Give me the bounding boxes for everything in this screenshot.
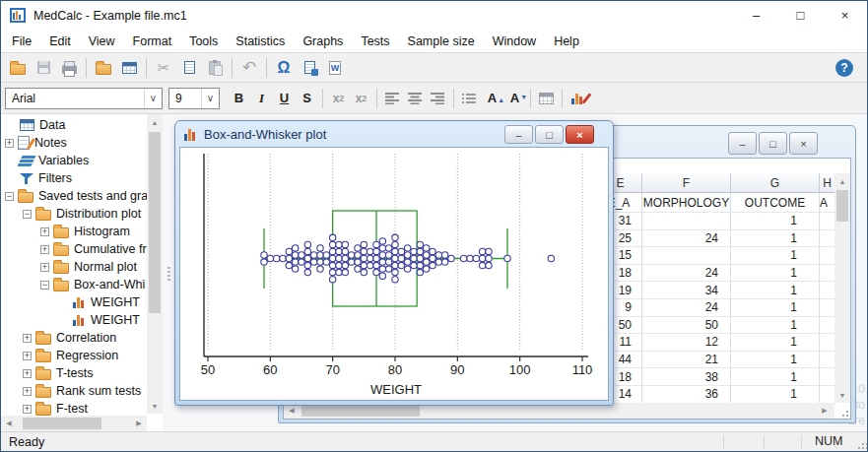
open-button[interactable] bbox=[5, 56, 31, 80]
underline-button[interactable]: U bbox=[273, 88, 296, 109]
menu-help[interactable]: Help bbox=[545, 32, 588, 50]
expand-icon[interactable]: + bbox=[5, 139, 14, 148]
scroll-right-icon[interactable]: ▶ bbox=[819, 403, 831, 419]
close-button[interactable]: × bbox=[823, 1, 867, 30]
menu-window[interactable]: Window bbox=[484, 32, 545, 50]
sheet-cell[interactable]: 1 bbox=[731, 317, 820, 335]
expand-icon[interactable]: + bbox=[23, 369, 32, 378]
decrease-font-button[interactable]: A▼ bbox=[503, 88, 526, 109]
bold-button[interactable]: B bbox=[228, 88, 250, 109]
tree-item-regression[interactable]: +Regression bbox=[1, 347, 147, 364]
plot-restore-button[interactable]: □ bbox=[535, 125, 564, 144]
edit-graph-button[interactable] bbox=[567, 88, 589, 109]
tree-item-weight[interactable]: WEIGHT bbox=[1, 311, 147, 329]
sheet-cell[interactable] bbox=[820, 334, 835, 352]
sheet-cell[interactable] bbox=[820, 299, 835, 317]
menu-statistics[interactable]: Statistics bbox=[227, 32, 294, 50]
sheet-cell[interactable]: 24 bbox=[642, 230, 731, 248]
sheet-cell[interactable]: 1 bbox=[731, 247, 820, 265]
menu-sample-size[interactable]: Sample size bbox=[399, 32, 484, 50]
sheet-cell[interactable]: 50 bbox=[642, 317, 731, 335]
menu-edit[interactable]: Edit bbox=[40, 32, 80, 50]
collapse-icon[interactable]: − bbox=[5, 192, 14, 201]
field-name-cell[interactable]: A bbox=[820, 193, 835, 213]
sheet-close-button[interactable]: × bbox=[789, 132, 818, 155]
subscript-button[interactable]: x2 bbox=[327, 88, 350, 109]
sheet-cell[interactable]: 1 bbox=[731, 230, 820, 248]
sheet-cell[interactable]: 34 bbox=[642, 282, 731, 299]
scroll-right-icon[interactable]: ▶ bbox=[133, 416, 145, 431]
duplicate-button[interactable] bbox=[91, 56, 116, 80]
cut-button[interactable]: ✂ bbox=[151, 56, 176, 80]
expand-icon[interactable]: + bbox=[40, 245, 49, 254]
sheet-cell[interactable] bbox=[820, 317, 835, 335]
scroll-down-icon[interactable]: ▼ bbox=[147, 400, 163, 412]
column-header-F[interactable]: F bbox=[642, 173, 731, 193]
sheet-cell[interactable]: 12 bbox=[642, 334, 731, 352]
sheet-cell[interactable] bbox=[820, 230, 835, 248]
sheet-hscroll-thumb[interactable] bbox=[301, 405, 420, 417]
sheet-vscroll-thumb[interactable] bbox=[836, 190, 848, 222]
align-center-button[interactable] bbox=[404, 88, 427, 109]
expand-icon[interactable]: + bbox=[40, 263, 49, 272]
maximize-button[interactable]: □ bbox=[778, 1, 823, 30]
tree-item-notes[interactable]: +Notes bbox=[1, 134, 147, 152]
sheet-cell[interactable] bbox=[642, 247, 731, 265]
collapse-icon[interactable]: − bbox=[40, 281, 49, 290]
scroll-down-icon[interactable]: ▼ bbox=[835, 389, 850, 401]
tree-item-data[interactable]: Data bbox=[1, 116, 147, 134]
field-name-cell[interactable]: OUTCOME bbox=[731, 193, 820, 213]
tree-item-box-and-whi[interactable]: −Box-and-Whi bbox=[1, 276, 147, 293]
column-header-G[interactable]: G bbox=[731, 173, 820, 193]
sheet-cell[interactable]: 1 bbox=[731, 386, 820, 404]
sheet-vscrollbar[interactable]: ▲ ▼ bbox=[835, 173, 850, 403]
special-character-button[interactable]: Ω bbox=[271, 56, 297, 80]
sheet-cell[interactable] bbox=[820, 247, 835, 265]
tree-item-weight[interactable]: WEIGHT bbox=[1, 293, 147, 311]
menu-format[interactable]: Format bbox=[124, 32, 181, 50]
tree-item-saved-tests-and-grap[interactable]: −Saved tests and grap bbox=[1, 187, 147, 205]
expand-icon[interactable]: + bbox=[40, 227, 49, 236]
expand-icon[interactable]: + bbox=[23, 334, 32, 343]
sheet-minimize-button[interactable]: – bbox=[728, 132, 757, 155]
spreadsheet-button[interactable] bbox=[116, 56, 142, 80]
sheet-cell[interactable]: 36 bbox=[642, 386, 731, 404]
tree-item-filters[interactable]: Filters bbox=[1, 169, 147, 187]
sheet-cell[interactable] bbox=[820, 213, 835, 230]
sheet-cell[interactable] bbox=[820, 368, 835, 386]
tree-item-normal-plot[interactable]: +Normal plot bbox=[1, 258, 147, 276]
save-copy-button[interactable] bbox=[297, 56, 322, 80]
tree-item-variables[interactable]: Variables bbox=[1, 152, 147, 169]
menu-graphs[interactable]: Graphs bbox=[294, 32, 352, 50]
resize-grip[interactable] bbox=[838, 407, 848, 417]
sheet-cell[interactable]: 1 bbox=[731, 299, 820, 317]
expand-icon[interactable]: + bbox=[23, 387, 32, 396]
menu-tests[interactable]: Tests bbox=[352, 32, 398, 50]
font-select[interactable]: Arial ∨ bbox=[5, 88, 163, 109]
copy-button[interactable] bbox=[176, 56, 202, 80]
sheet-cell[interactable]: 1 bbox=[731, 368, 820, 386]
align-right-button[interactable] bbox=[427, 88, 449, 109]
superscript-button[interactable]: x2 bbox=[350, 88, 372, 109]
expand-icon[interactable]: + bbox=[23, 352, 32, 360]
sheet-cell[interactable] bbox=[642, 213, 731, 230]
menu-tools[interactable]: Tools bbox=[180, 32, 227, 50]
tree-item-rank-sum-tests[interactable]: +Rank sum tests bbox=[1, 382, 147, 400]
menu-file[interactable]: File bbox=[3, 32, 40, 50]
tree-vscrollbar[interactable]: ▲ ▼ bbox=[147, 114, 163, 414]
align-left-button[interactable] bbox=[381, 88, 404, 109]
table-options-button[interactable] bbox=[535, 88, 558, 109]
save-button[interactable] bbox=[31, 56, 56, 80]
paste-button[interactable] bbox=[202, 56, 228, 80]
list-button[interactable] bbox=[458, 88, 481, 109]
sheet-cell[interactable]: 24 bbox=[642, 265, 731, 283]
minimize-button[interactable]: – bbox=[734, 1, 778, 30]
scroll-up-icon[interactable]: ▲ bbox=[835, 175, 850, 187]
font-size-select[interactable]: 9 ∨ bbox=[168, 88, 220, 109]
plot-minimize-button[interactable]: – bbox=[504, 125, 533, 144]
tree-hscroll-thumb[interactable] bbox=[23, 418, 101, 429]
menu-view[interactable]: View bbox=[80, 32, 124, 50]
sheet-cell[interactable]: 1 bbox=[731, 213, 820, 230]
collapse-icon[interactable]: − bbox=[23, 210, 32, 219]
sheet-cell[interactable] bbox=[820, 386, 835, 404]
